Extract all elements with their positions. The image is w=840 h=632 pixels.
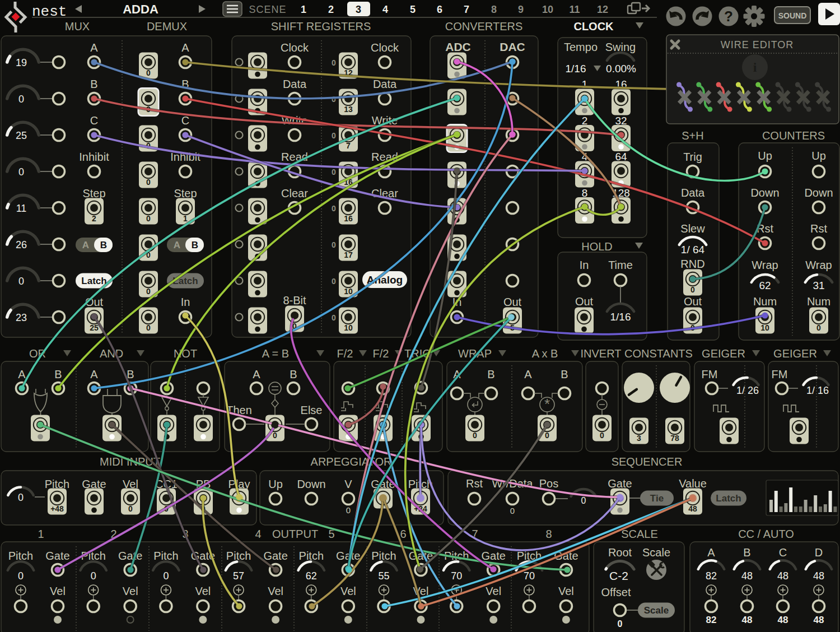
svg-text:0: 0: [332, 131, 336, 140]
svg-text:Pitch: Pitch: [8, 550, 33, 562]
svg-text:6: 6: [400, 528, 406, 540]
svg-text:Trig: Trig: [683, 151, 702, 163]
svg-text:Clock: Clock: [371, 41, 399, 54]
svg-text:0: 0: [545, 431, 549, 440]
svg-text:A: A: [524, 368, 532, 380]
svg-text:0: 0: [146, 287, 151, 296]
svg-text:S+H: S+H: [682, 129, 703, 142]
svg-text:Else: Else: [301, 404, 323, 416]
svg-text:GEIGER: GEIGER: [773, 347, 817, 360]
svg-text:CONSTANTS: CONSTANTS: [624, 347, 693, 360]
svg-text:0: 0: [332, 168, 336, 176]
svg-text:A: A: [181, 41, 189, 54]
svg-text:8: 8: [545, 528, 552, 540]
svg-text:Rst: Rst: [466, 477, 483, 490]
svg-text:MUX: MUX: [65, 20, 90, 32]
svg-text:Data: Data: [283, 78, 307, 90]
svg-text:1: 1: [183, 214, 188, 223]
svg-text:Up: Up: [758, 150, 772, 162]
svg-text:4: 4: [382, 4, 388, 15]
svg-text:Time: Time: [608, 259, 633, 271]
svg-text:2: 2: [92, 214, 96, 223]
svg-text:48: 48: [741, 570, 753, 582]
svg-text:0: 0: [618, 619, 623, 629]
svg-text:1/ 64: 1/ 64: [681, 244, 705, 255]
svg-text:Vel: Vel: [486, 585, 501, 597]
svg-text:Gate: Gate: [45, 550, 69, 562]
svg-text:Down: Down: [297, 478, 325, 490]
svg-text:Gate: Gate: [608, 477, 632, 490]
svg-text:Pitch: Pitch: [153, 550, 178, 562]
svg-text:0: 0: [146, 178, 151, 187]
svg-text:CC / AUTO: CC / AUTO: [738, 528, 794, 540]
svg-text:ADDA: ADDA: [123, 2, 158, 16]
svg-text:Gate: Gate: [482, 550, 506, 562]
svg-text:GEIGER: GEIGER: [702, 347, 745, 360]
svg-text:3: 3: [356, 4, 361, 15]
svg-text:B: B: [743, 546, 750, 559]
svg-text:48: 48: [777, 570, 788, 582]
svg-text:Wrap: Wrap: [752, 259, 778, 271]
svg-text:HOLD: HOLD: [581, 240, 613, 253]
svg-text:0: 0: [18, 166, 24, 178]
svg-text:0: 0: [18, 276, 24, 287]
svg-text:Vel: Vel: [123, 585, 138, 597]
svg-text:V: V: [344, 478, 352, 490]
svg-text:CLOCK: CLOCK: [573, 20, 614, 32]
svg-text:0: 0: [332, 58, 336, 67]
svg-text:Step: Step: [174, 187, 197, 199]
svg-text:0: 0: [690, 285, 695, 294]
svg-text:0: 0: [510, 506, 515, 515]
svg-text:10: 10: [760, 323, 769, 332]
svg-text:0: 0: [146, 68, 151, 77]
svg-text:FM: FM: [702, 368, 718, 380]
svg-text:48: 48: [813, 570, 824, 582]
svg-text:Clock: Clock: [281, 41, 309, 54]
svg-text:Data: Data: [681, 187, 705, 199]
svg-text:Slew: Slew: [680, 222, 705, 235]
svg-text:0: 0: [346, 505, 351, 515]
svg-text:0: 0: [91, 570, 96, 582]
svg-text:26: 26: [16, 239, 27, 250]
svg-text:Inhibit: Inhibit: [79, 151, 109, 163]
svg-text:COUNTERS: COUNTERS: [762, 129, 825, 142]
svg-text:Latch: Latch: [81, 276, 106, 286]
svg-text:7: 7: [464, 4, 469, 15]
svg-text:Vel: Vel: [50, 585, 66, 597]
svg-text:0: 0: [581, 496, 586, 505]
svg-text:0: 0: [128, 504, 133, 513]
svg-text:A: A: [18, 368, 26, 380]
svg-text:11: 11: [16, 203, 27, 214]
svg-text:Scale: Scale: [644, 605, 669, 616]
svg-text:Gate: Gate: [118, 550, 142, 562]
svg-text:In: In: [181, 296, 190, 308]
svg-text:17: 17: [344, 250, 353, 259]
svg-text:Swing: Swing: [605, 41, 636, 53]
svg-text:Latch: Latch: [716, 493, 741, 504]
svg-text:i: i: [753, 60, 757, 75]
svg-text:1: 1: [38, 528, 44, 540]
svg-text:13: 13: [344, 105, 353, 114]
svg-text:Vel: Vel: [558, 585, 574, 597]
svg-text:11: 11: [569, 4, 580, 15]
svg-text:48: 48: [688, 504, 697, 513]
svg-text:A: A: [253, 368, 260, 380]
svg-text:Tempo: Tempo: [564, 41, 598, 53]
svg-text:70: 70: [451, 570, 462, 582]
svg-text:82: 82: [706, 570, 717, 582]
svg-text:B: B: [290, 368, 297, 380]
svg-text:Up: Up: [811, 150, 826, 162]
svg-text:57: 57: [233, 570, 244, 582]
svg-text:Num: Num: [753, 295, 777, 308]
svg-text:AND: AND: [100, 347, 123, 360]
svg-text:48: 48: [814, 615, 824, 625]
svg-text:SEQUENCER: SEQUENCER: [612, 456, 683, 468]
svg-text:Out: Out: [575, 295, 594, 308]
svg-text:SOUND: SOUND: [778, 11, 807, 20]
svg-text:Out: Out: [684, 295, 702, 308]
svg-text:25: 25: [90, 323, 99, 332]
svg-text:A = B: A = B: [262, 347, 289, 360]
svg-text:Read: Read: [281, 151, 308, 163]
svg-text:7: 7: [346, 141, 351, 150]
svg-text:0: 0: [332, 240, 336, 249]
